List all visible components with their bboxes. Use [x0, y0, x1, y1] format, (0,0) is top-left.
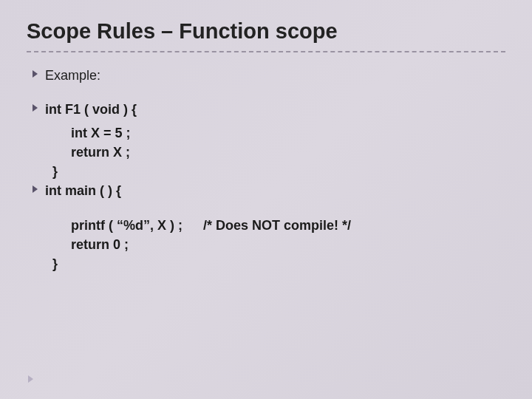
code-printf: printf ( “%d”, X ) ; [71, 216, 183, 235]
corner-triangle-icon [28, 375, 33, 383]
content-area: Example: int F1 ( void ) { int X = 5 ; r… [27, 66, 505, 273]
triangle-bullet-icon [33, 104, 38, 112]
triangle-bullet-icon [33, 185, 38, 193]
title-divider [27, 51, 505, 52]
slide-title: Scope Rules – Function scope [27, 19, 505, 44]
triangle-bullet-icon [33, 70, 38, 78]
code-comment: /* Does NOT compile! */ [203, 216, 351, 235]
func-decl-text: int F1 ( void ) { [45, 100, 137, 119]
code-line-return-x: return X ; [33, 143, 505, 162]
slide: Scope Rules – Function scope Example: in… [0, 0, 532, 399]
bullet-example-text: Example: [45, 66, 100, 85]
code-line-return0: return 0 ; [33, 235, 505, 254]
code-line-close1: } [33, 162, 505, 181]
main-decl-text: int main ( ) { [45, 181, 121, 200]
code-line-int-x: int X = 5 ; [33, 123, 505, 143]
bullet-main: int main ( ) { [33, 181, 505, 200]
code-line-close2: } [33, 254, 505, 273]
bullet-example: Example: [33, 66, 505, 85]
printf-line: printf ( “%d”, X ) ; /* Does NOT compile… [33, 216, 505, 235]
bullet-func: int F1 ( void ) { [33, 100, 505, 119]
